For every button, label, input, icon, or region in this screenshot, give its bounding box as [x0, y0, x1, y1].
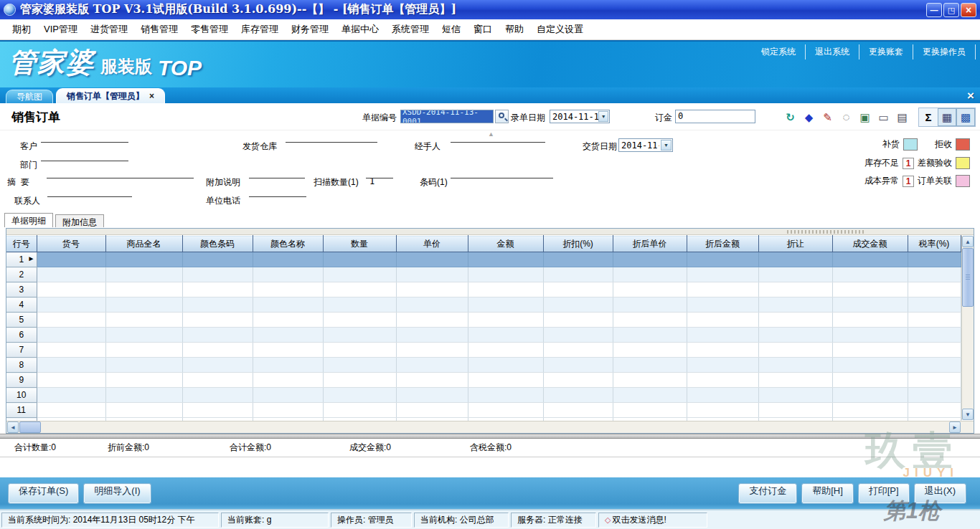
scan-qty-input[interactable] — [366, 168, 393, 178]
grid-cell[interactable] — [687, 313, 758, 328]
grid-cell[interactable] — [182, 252, 253, 267]
row-number-cell[interactable]: 5 — [6, 313, 37, 328]
grid-cell[interactable] — [832, 267, 908, 282]
splitter-bar[interactable] — [0, 434, 980, 439]
col-color-name[interactable]: 颜色名称 — [253, 236, 323, 252]
grid-cell[interactable] — [908, 313, 961, 328]
grid-cell[interactable] — [253, 373, 323, 388]
menu-item-system[interactable]: 系统管理 — [385, 23, 435, 36]
switch-operator-link[interactable]: 更换操作员 — [913, 44, 976, 59]
calculator-icon[interactable]: ▩ — [956, 108, 975, 126]
grid-cell[interactable] — [37, 358, 105, 373]
grid-cell[interactable] — [687, 388, 758, 403]
grid-cell[interactable] — [758, 373, 832, 388]
status-message[interactable]: ◇ 双击发送消息! — [598, 513, 707, 528]
grid-cell[interactable] — [396, 252, 468, 267]
grid-cell[interactable] — [832, 358, 908, 373]
doc-no-search-button[interactable] — [495, 110, 509, 123]
grid-cell[interactable] — [543, 313, 613, 328]
grid-cell[interactable] — [687, 282, 758, 297]
grid-cell[interactable] — [323, 328, 396, 343]
exit-button[interactable]: 退出(X) — [915, 484, 966, 503]
grid-cell[interactable] — [253, 388, 323, 403]
col-quantity[interactable]: 数量 — [323, 236, 396, 252]
horizontal-scroll-thumb[interactable] — [19, 421, 41, 433]
customer-input[interactable] — [41, 132, 128, 143]
horizontal-scrollbar[interactable]: ◄ ► — [6, 421, 974, 433]
entry-date-select[interactable]: 2014-11-13 ▼ — [550, 110, 610, 123]
grid-cell[interactable] — [105, 267, 182, 282]
col-discounted-price[interactable]: 折后单价 — [613, 236, 687, 252]
grid-cell[interactable] — [543, 252, 613, 267]
grid-cell[interactable] — [468, 388, 543, 403]
grid-cell[interactable] — [687, 297, 758, 313]
switch-account-link[interactable]: 更换账套 — [859, 44, 913, 59]
grid-cell[interactable] — [396, 358, 468, 373]
grid-cell[interactable] — [613, 328, 687, 343]
grid-cell[interactable] — [832, 388, 908, 403]
tab-doc-detail[interactable]: 单据明细 — [4, 213, 53, 227]
grid-cell[interactable] — [105, 373, 182, 388]
grid-cell[interactable] — [37, 403, 105, 418]
grid-cell[interactable] — [908, 252, 961, 267]
grid-cell[interactable] — [832, 403, 908, 418]
grid-cell[interactable] — [182, 373, 253, 388]
grid-cell[interactable] — [832, 343, 908, 358]
grid-cell[interactable] — [468, 267, 543, 282]
grid-cell[interactable] — [758, 313, 832, 328]
scroll-left-icon[interactable]: ◄ — [7, 421, 19, 433]
grid-cell[interactable] — [37, 373, 105, 388]
menu-item-sms[interactable]: 短信 — [435, 23, 467, 36]
note-icon[interactable]: ▭ — [875, 109, 892, 125]
grid-cell[interactable] — [758, 388, 832, 403]
grid-cell[interactable] — [908, 358, 961, 373]
grid-cell[interactable] — [758, 297, 832, 313]
grid-cell[interactable] — [396, 403, 468, 418]
grid-cell[interactable] — [323, 297, 396, 313]
grid-cell[interactable] — [543, 388, 613, 403]
grid-cell[interactable] — [543, 282, 613, 297]
grid-cell[interactable] — [908, 373, 961, 388]
scroll-up-icon[interactable]: ▲ — [962, 236, 974, 247]
grid-cell[interactable] — [758, 328, 832, 343]
col-row-no[interactable]: 行号 — [6, 236, 37, 252]
menu-item-custom[interactable]: 自定义设置 — [530, 23, 590, 36]
row-number-cell[interactable]: 6 — [6, 328, 37, 343]
tab-sales-order[interactable]: 销售订单【管理员】 × — [56, 88, 165, 103]
grid-cell[interactable] — [253, 313, 323, 328]
entry-date-dropdown-icon[interactable]: ▼ — [598, 111, 608, 122]
grid-cell[interactable] — [908, 343, 961, 358]
grid-cell[interactable] — [323, 252, 396, 267]
grid-cell[interactable] — [468, 252, 543, 267]
deposit-input[interactable]: 0 — [675, 110, 755, 123]
print-button[interactable]: 打印[P] — [859, 484, 909, 503]
grid-cell[interactable] — [468, 297, 543, 313]
grid-cell[interactable] — [105, 343, 182, 358]
grid-cell[interactable] — [543, 267, 613, 282]
grid-cell[interactable] — [468, 282, 543, 297]
grid-cell[interactable] — [687, 373, 758, 388]
grid-cell[interactable] — [182, 282, 253, 297]
menu-item-retail[interactable]: 零售管理 — [184, 23, 235, 36]
refresh-icon[interactable]: ↻ — [782, 109, 798, 125]
grid-cell[interactable] — [543, 328, 613, 343]
grid-cell[interactable] — [613, 358, 687, 373]
sum-icon[interactable]: Σ — [919, 108, 938, 126]
warehouse-input[interactable] — [286, 132, 377, 143]
barcode-input[interactable] — [451, 168, 553, 178]
grid-cell[interactable] — [253, 343, 323, 358]
grid-cell[interactable] — [323, 403, 396, 418]
row-number-cell[interactable]: 11 — [6, 403, 37, 418]
grid-cell[interactable] — [613, 313, 687, 328]
grid-cell[interactable] — [396, 328, 468, 343]
scroll-right-icon[interactable]: ► — [949, 421, 961, 433]
grid-cell[interactable] — [468, 403, 543, 418]
grid-cell[interactable] — [37, 267, 105, 282]
menu-item-doc-center[interactable]: 单据中心 — [335, 23, 385, 36]
grid-cell[interactable] — [687, 267, 758, 282]
grid-cell[interactable] — [687, 328, 758, 343]
delivery-date-dropdown-icon[interactable]: ▼ — [661, 140, 672, 151]
grid-cell[interactable] — [182, 343, 253, 358]
menu-item-purchase[interactable]: 进货管理 — [84, 23, 134, 36]
grid-cell[interactable] — [832, 373, 908, 388]
